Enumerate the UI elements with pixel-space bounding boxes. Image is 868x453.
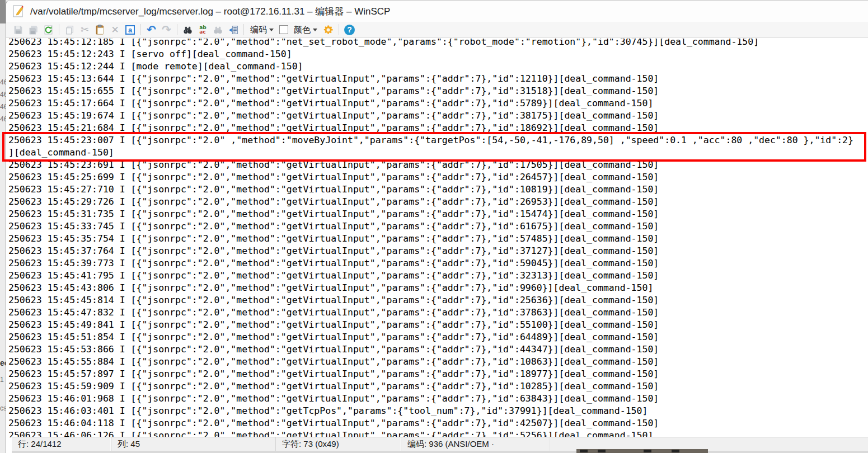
save-all-button[interactable] bbox=[26, 23, 41, 37]
log-line: 250623 15:45:15:655 I [{"jsonrpc":"2.0",… bbox=[8, 85, 868, 97]
log-line: 250623 15:45:53:866 I [{"jsonrpc":"2.0",… bbox=[8, 343, 868, 356]
background-window-sliver: 46 46 46 46 ec 1 cs bbox=[0, 0, 6, 453]
cut-button[interactable]: ✂ bbox=[77, 23, 92, 37]
background-bottom-fragment bbox=[576, 449, 708, 453]
log-lines: 250623 15:45:12:185 I [{"jsonrpc":"2.0",… bbox=[7, 39, 868, 437]
redo-icon: ↷ bbox=[162, 24, 171, 35]
chevron-down-icon bbox=[269, 29, 274, 31]
find-next-button[interactable] bbox=[210, 23, 226, 37]
help-icon: ? bbox=[344, 25, 355, 35]
log-line: 250623 15:45:17:664 I [{"jsonrpc":"2.0",… bbox=[8, 97, 868, 110]
log-line: ][deal_command-150] bbox=[8, 147, 868, 159]
cut-icon: ✂ bbox=[81, 25, 89, 35]
reload-button[interactable] bbox=[41, 23, 56, 37]
background-fragment: 46 bbox=[0, 91, 6, 98]
log-line: 250623 15:46:04:118 I [{"jsonrpc":"2.0",… bbox=[8, 417, 868, 430]
replace-button[interactable]: ab ac bbox=[195, 23, 210, 37]
log-line: 250623 15:46:01:968 I [{"jsonrpc":"2.0",… bbox=[8, 393, 868, 405]
undo-button[interactable]: ↶ bbox=[144, 23, 159, 37]
reload-icon bbox=[44, 25, 53, 35]
bottom-edge-strip bbox=[12, 451, 868, 453]
edit-document-icon bbox=[12, 4, 25, 18]
log-line: 250623 15:45:35:754 I [{"jsonrpc":"2.0",… bbox=[8, 233, 868, 245]
redo-button[interactable]: ↷ bbox=[159, 23, 174, 37]
log-line: 250623 15:46:03:401 I [{"jsonrpc":"2.0",… bbox=[8, 405, 868, 417]
chevron-down-icon bbox=[313, 29, 317, 31]
status-line-indicator: 行: 24/1412 bbox=[12, 437, 111, 451]
undo-icon: ↶ bbox=[147, 24, 156, 35]
status-bar: 行: 24/1412 列: 45 字符: 73 (0x49) 编码: 936 (… bbox=[12, 437, 868, 451]
log-line: 250623 15:45:27:710 I [{"jsonrpc":"2.0",… bbox=[8, 183, 868, 196]
log-line: 250623 15:45:57:897 I [{"jsonrpc":"2.0",… bbox=[8, 368, 868, 380]
log-line: 250623 15:45:55:884 I [{"jsonrpc":"2.0",… bbox=[8, 356, 868, 368]
toolbar: ✂ ✕ a ↶ ↷ bbox=[6, 22, 868, 38]
log-line: 250623 15:45:39:773 I [{"jsonrpc":"2.0",… bbox=[8, 257, 868, 270]
log-line: 250623 15:45:37:764 I [{"jsonrpc":"2.0",… bbox=[8, 245, 868, 257]
color-dropdown[interactable]: 颜色 bbox=[290, 23, 321, 36]
log-line: 250623 15:45:13:644 I [{"jsonrpc":"2.0",… bbox=[8, 73, 868, 85]
log-line: 250623 15:45:29:726 I [{"jsonrpc":"2.0",… bbox=[8, 196, 868, 208]
window-title: /var/volatile/tmp/mcserver_log/mcserver.… bbox=[30, 5, 390, 18]
save-all-icon bbox=[29, 25, 39, 35]
color-swatch[interactable] bbox=[279, 25, 288, 34]
log-line: 250623 15:45:47:832 I [{"jsonrpc":"2.0",… bbox=[8, 306, 868, 319]
preferences-button[interactable] bbox=[321, 23, 336, 37]
status-encoding-indicator: 编码: 936 (ANSI/OEM · bbox=[401, 437, 550, 451]
replace-icon: ab ac bbox=[199, 25, 207, 34]
encoding-dropdown[interactable]: 编码 bbox=[247, 23, 277, 36]
log-line: 250623 15:45:49:841 I [{"jsonrpc":"2.0",… bbox=[8, 319, 868, 331]
log-line: 250623 15:45:25:699 I [{"jsonrpc":"2.0",… bbox=[8, 171, 868, 183]
log-line: 250623 15:45:23:007 I [{"jsonrpc":"2.0" … bbox=[8, 134, 868, 147]
copy-button[interactable] bbox=[62, 23, 77, 37]
log-line: 250623 15:45:21:684 I [{"jsonrpc":"2.0",… bbox=[8, 122, 868, 134]
status-column-indicator: 列: 45 bbox=[111, 437, 276, 451]
help-button[interactable]: ? bbox=[342, 23, 357, 37]
toolbar-separator bbox=[243, 24, 244, 35]
titlebar[interactable]: /var/volatile/tmp/mcserver_log/mcserver.… bbox=[6, 1, 868, 22]
toolbar-separator bbox=[177, 24, 177, 35]
background-fragment: 46 bbox=[0, 78, 6, 86]
log-line: 250623 15:45:51:854 I [{"jsonrpc":"2.0",… bbox=[8, 331, 868, 343]
gear-icon bbox=[323, 25, 334, 35]
select-all-icon: a bbox=[125, 25, 135, 35]
find-button[interactable] bbox=[180, 23, 195, 37]
find-icon bbox=[182, 25, 193, 35]
background-fragment: 1 bbox=[0, 376, 4, 384]
go-to-line-icon bbox=[228, 25, 238, 35]
copy-icon bbox=[65, 25, 74, 35]
save-icon bbox=[13, 25, 23, 35]
color-dropdown-label: 颜色 bbox=[294, 25, 311, 35]
background-dark-area bbox=[0, 0, 6, 23]
log-line: 250623 15:45:41:795 I [{"jsonrpc":"2.0",… bbox=[8, 270, 868, 282]
log-line: 250623 15:45:23:691 I [{"jsonrpc":"2.0",… bbox=[8, 159, 868, 171]
log-line: 250623 15:45:43:806 I [{"jsonrpc":"2.0",… bbox=[8, 282, 868, 294]
background-fragment: 46 bbox=[0, 115, 6, 123]
winscp-editor-window: /var/volatile/tmp/mcserver_log/mcserver.… bbox=[6, 0, 868, 453]
log-line: 250623 15:45:33:745 I [{"jsonrpc":"2.0",… bbox=[8, 220, 868, 233]
background-fragment: ec bbox=[0, 358, 6, 367]
log-line: 250623 15:45:12:185 I [{"jsonrpc":"2.0",… bbox=[8, 39, 868, 48]
save-button[interactable] bbox=[11, 23, 26, 37]
go-to-line-button[interactable] bbox=[226, 23, 241, 37]
log-line: 250623 15:45:45:814 I [{"jsonrpc":"2.0",… bbox=[8, 294, 868, 306]
delete-icon: ✕ bbox=[111, 25, 119, 35]
log-line: 250623 15:46:06:126 I [{"jsonrpc":"2.0",… bbox=[8, 430, 868, 437]
paste-icon bbox=[95, 25, 105, 35]
log-line: 250623 15:45:12:243 I [servo off][deal_c… bbox=[8, 48, 868, 60]
toolbar-separator bbox=[59, 24, 59, 35]
status-character-indicator: 字符: 73 (0x49) bbox=[276, 437, 401, 451]
background-fragment: 46 bbox=[0, 103, 6, 111]
toolbar-separator bbox=[140, 24, 141, 35]
background-fragment: cs bbox=[0, 404, 6, 412]
log-line: 250623 15:45:31:735 I [{"jsonrpc":"2.0",… bbox=[8, 208, 868, 220]
encoding-dropdown-label: 编码 bbox=[250, 25, 267, 35]
log-line: 250623 15:45:12:244 I [mode remote][deal… bbox=[8, 60, 868, 73]
delete-button[interactable]: ✕ bbox=[107, 23, 123, 37]
log-line: 250623 15:45:59:909 I [{"jsonrpc":"2.0",… bbox=[8, 380, 868, 393]
toolbar-separator bbox=[339, 24, 339, 35]
paste-button[interactable] bbox=[92, 23, 107, 37]
find-next-icon bbox=[213, 25, 223, 35]
select-all-button[interactable]: a bbox=[123, 23, 138, 37]
log-line: 250623 15:45:19:674 I [{"jsonrpc":"2.0",… bbox=[8, 110, 868, 122]
editor-text-area[interactable]: 250623 15:45:12:185 I [{"jsonrpc":"2.0",… bbox=[7, 39, 868, 437]
